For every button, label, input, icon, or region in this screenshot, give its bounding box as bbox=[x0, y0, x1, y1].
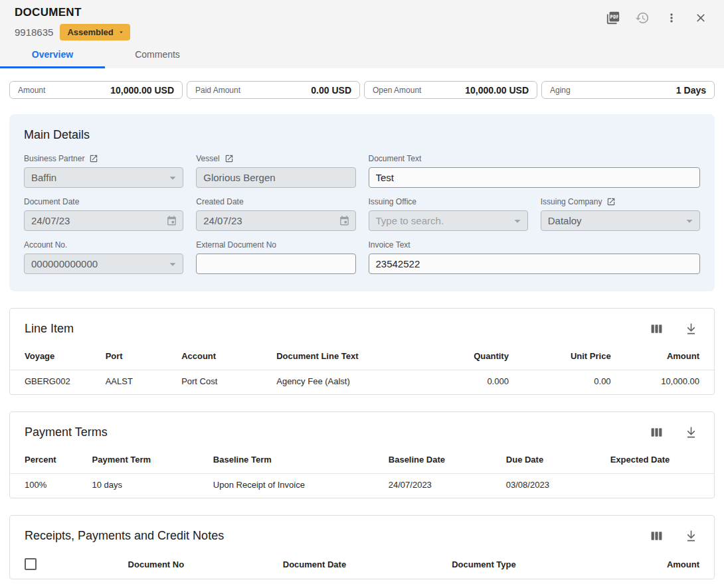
field-business-partner: Business Partner bbox=[24, 153, 183, 188]
column-header: Percent bbox=[10, 445, 87, 474]
business-partner-select bbox=[24, 167, 183, 188]
table-header-row: PercentPayment TermBaseline TermBaseline… bbox=[10, 445, 714, 474]
column-header: Document Date bbox=[278, 548, 446, 579]
external-link-icon[interactable] bbox=[225, 154, 234, 163]
table-header-row: VoyagePortAccountDocument Line TextQuant… bbox=[10, 341, 714, 370]
column-header: Expected Date bbox=[605, 445, 714, 474]
download-icon[interactable] bbox=[682, 320, 699, 337]
column-header: Amount bbox=[644, 548, 714, 579]
field-document-text: Document Text bbox=[369, 153, 701, 188]
column-header: Document Line Text bbox=[271, 341, 419, 370]
table-cell: 24/07/2023 bbox=[383, 474, 501, 498]
status-badge-label: Assembled bbox=[67, 27, 113, 37]
table-row[interactable]: GBERG002AALSTPort CostAgency Fee (Aalst)… bbox=[10, 370, 714, 395]
columns-icon[interactable] bbox=[648, 423, 665, 441]
select-all-checkbox[interactable] bbox=[25, 558, 37, 570]
document-number: 9918635 bbox=[15, 27, 53, 38]
summary-value: 0.00 USD bbox=[311, 85, 351, 96]
summary-label: Aging bbox=[550, 86, 571, 95]
column-header: Baseline Date bbox=[383, 445, 501, 474]
created-date-picker bbox=[196, 210, 355, 231]
field-label: Vessel bbox=[196, 154, 219, 163]
table-cell bbox=[605, 474, 714, 498]
summary-value: 1 Days bbox=[676, 85, 706, 96]
table-row[interactable]: 100%10 daysUpon Receipt of Invoice24/07/… bbox=[10, 474, 714, 498]
account-no-select bbox=[24, 254, 183, 274]
table-cell: 10 days bbox=[87, 474, 208, 498]
table-cell: Port Cost bbox=[176, 370, 271, 395]
download-icon[interactable] bbox=[682, 527, 699, 544]
summary-card-paid-amount: Paid Amount 0.00 USD bbox=[187, 81, 360, 99]
table-cell: 03/08/2023 bbox=[501, 474, 605, 498]
vessel-field bbox=[196, 167, 355, 188]
window-header: DOCUMENT 9918635 Assembled bbox=[0, 0, 724, 68]
table-cell: Agency Fee (Aalst) bbox=[271, 370, 419, 395]
section-title: Main Details bbox=[24, 128, 700, 142]
history-icon[interactable] bbox=[634, 9, 651, 27]
document-date-picker bbox=[24, 210, 183, 231]
columns-icon[interactable] bbox=[648, 527, 665, 544]
table-cell: 10,000.00 bbox=[616, 370, 714, 395]
external-document-no-input[interactable] bbox=[196, 254, 355, 274]
column-header: Baseline Term bbox=[208, 445, 383, 474]
field-invoice-text: Invoice Text bbox=[369, 240, 701, 274]
summary-label: Amount bbox=[18, 86, 45, 95]
payment-terms-table: PercentPayment TermBaseline TermBaseline… bbox=[10, 445, 714, 498]
tab-bar: Overview Comments bbox=[0, 40, 210, 68]
payment-terms-section: Payment Terms PercentPayment TermBaselin… bbox=[9, 411, 715, 498]
field-issuing-company: Issuing Company bbox=[541, 196, 700, 231]
column-header: Account bbox=[176, 341, 271, 370]
pdf-icon[interactable] bbox=[604, 9, 622, 27]
column-header: Due Date bbox=[501, 445, 605, 474]
download-icon[interactable] bbox=[682, 423, 699, 441]
summary-label: Open Amount bbox=[373, 86, 421, 95]
summary-label: Paid Amount bbox=[195, 86, 240, 95]
field-vessel: Vessel bbox=[196, 153, 355, 188]
columns-icon[interactable] bbox=[648, 320, 665, 337]
close-icon[interactable] bbox=[692, 9, 709, 27]
column-header: Voyage bbox=[10, 341, 100, 370]
issuing-company-select bbox=[541, 210, 700, 231]
page-title: DOCUMENT bbox=[15, 6, 130, 19]
tab-overview[interactable]: Overview bbox=[0, 40, 105, 68]
main-content: Amount 10,000.00 USD Paid Amount 0.00 US… bbox=[0, 68, 724, 588]
summary-card-amount: Amount 10,000.00 USD bbox=[9, 81, 183, 99]
field-label: Issuing Company bbox=[541, 197, 602, 206]
column-header: Document Type bbox=[446, 548, 644, 579]
summary-card-open-amount: Open Amount 10,000.00 USD bbox=[364, 81, 537, 99]
table-cell: Upon Receipt of Invoice bbox=[208, 474, 383, 498]
field-issuing-office: Issuing Office bbox=[369, 196, 528, 231]
column-header: Port bbox=[100, 341, 176, 370]
column-header: Payment Term bbox=[87, 445, 208, 474]
table-cell: 0.000 bbox=[419, 370, 514, 395]
field-label: Business Partner bbox=[24, 154, 84, 163]
header-actions bbox=[604, 6, 709, 27]
summary-value: 10,000.00 USD bbox=[465, 85, 529, 96]
section-title: Payment Terms bbox=[25, 425, 108, 439]
status-badge-dropdown[interactable]: Assembled bbox=[60, 24, 130, 40]
column-header: Amount bbox=[616, 341, 714, 370]
tab-comments[interactable]: Comments bbox=[105, 40, 210, 68]
table-cell: 0.00 bbox=[514, 370, 616, 395]
more-vertical-icon[interactable] bbox=[663, 9, 680, 27]
summary-card-aging: Aging 1 Days bbox=[541, 81, 715, 99]
external-link-icon[interactable] bbox=[89, 154, 98, 163]
select-all-cell bbox=[10, 548, 123, 579]
field-account-no: Account No. bbox=[24, 240, 183, 274]
summary-cards: Amount 10,000.00 USD Paid Amount 0.00 US… bbox=[9, 81, 715, 99]
field-label: Created Date bbox=[196, 197, 243, 206]
receipts-section: Receipts, Payments and Credit Notes bbox=[9, 515, 715, 579]
field-external-document-no: External Document No bbox=[196, 240, 355, 274]
column-header: Quantity bbox=[419, 341, 514, 370]
field-label: Issuing Office bbox=[369, 197, 416, 206]
section-title: Line Item bbox=[25, 322, 74, 336]
line-item-table: VoyagePortAccountDocument Line TextQuant… bbox=[10, 341, 714, 394]
summary-value: 10,000.00 USD bbox=[110, 85, 174, 96]
issuing-office-search bbox=[369, 210, 528, 231]
document-text-input[interactable] bbox=[369, 167, 701, 188]
main-details-form: Business Partner Vessel bbox=[24, 153, 700, 274]
invoice-text-input[interactable] bbox=[369, 254, 701, 274]
table-cell: AALST bbox=[100, 370, 176, 395]
external-link-icon[interactable] bbox=[606, 197, 616, 206]
field-document-date: Document Date bbox=[24, 196, 183, 231]
